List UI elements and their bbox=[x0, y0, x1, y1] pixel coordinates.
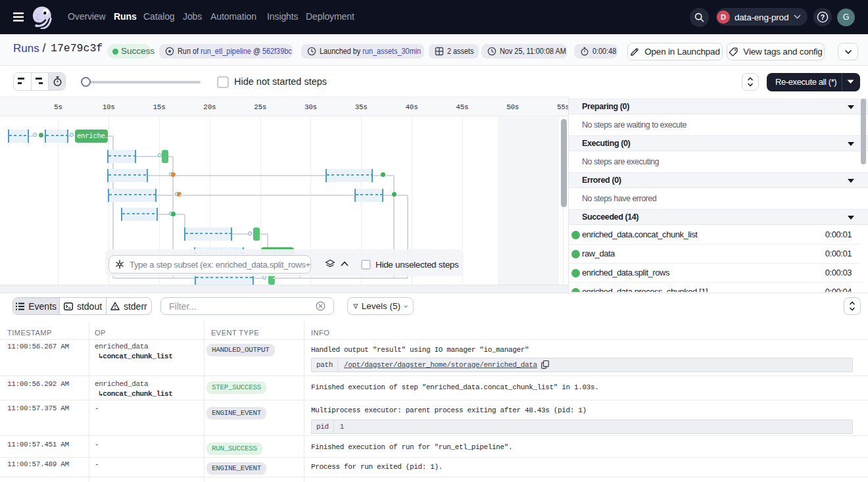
svg-text:?: ? bbox=[821, 13, 825, 21]
